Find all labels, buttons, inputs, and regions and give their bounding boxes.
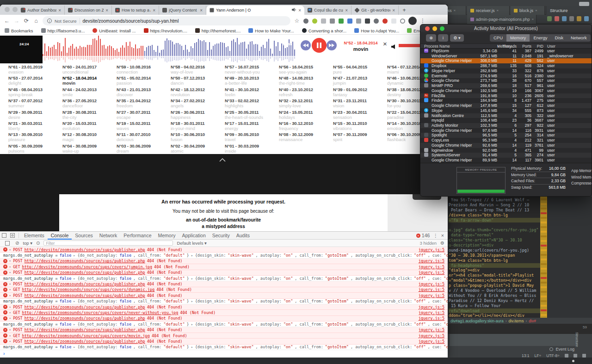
track-item[interactable]: N°60 - 24.01.2017unconditional: [62, 65, 117, 76]
devtools-close-icon[interactable]: ×: [441, 233, 444, 238]
error-stripe-mark[interactable]: [541, 272, 547, 274]
avatar[interactable]: [408, 17, 417, 25]
track-item[interactable]: N°59 - 10.08.2016connection: [117, 65, 171, 76]
tab-close-icon[interactable]: ×: [58, 8, 61, 13]
browser-tab[interactable]: Discussion on ZoomSo×: [65, 6, 112, 15]
forward-button[interactable]: →: [13, 18, 20, 24]
process-row[interactable]: MAMP PRO269,6 MB18517961user: [420, 83, 592, 88]
breadcrumb-item[interactable]: div.items: [509, 319, 524, 323]
device-toolbar-icon[interactable]: [10, 233, 15, 238]
process-row[interactable]: CopyLess95,3 MB4212321user: [420, 138, 592, 143]
expander-icon[interactable]: ▸: [9, 305, 11, 309]
expander-icon[interactable]: ▸: [9, 311, 11, 315]
resource-tab-energy[interactable]: Energy: [530, 34, 551, 42]
process-row[interactable]: Finder184,9 MB81.437275user: [420, 98, 592, 103]
error-count-badge[interactable]: × 146: [416, 233, 430, 238]
track-item[interactable]: N°24 - 15.05.2011holidays: [279, 110, 333, 121]
track-item[interactable]: N°47 - 21.07.2013jumpin: [333, 76, 387, 87]
structure-toolbar-icon[interactable]: [577, 16, 581, 21]
minimize-window-button[interactable]: [12, 7, 18, 12]
collapse-arrow-icon[interactable]: [219, 155, 226, 164]
request-url-link[interactable]: http://devsite/zoomsounds/source/sups/pu…: [25, 339, 145, 344]
grid-green-icon[interactable]: [339, 19, 344, 24]
track-item[interactable]: N°01 - 30.03.2009inside: [225, 144, 279, 155]
request-url-link[interactable]: http://devsite/zoomsounds/source/sups/co…: [22, 333, 150, 338]
expander-icon[interactable]: ▸: [9, 271, 11, 274]
track-item[interactable]: N°08 - 30.12.2009renaissance: [279, 132, 333, 143]
expander-icon[interactable]: ▸: [9, 328, 11, 332]
error-stripe-mark[interactable]: [541, 240, 547, 242]
player-close-icon[interactable]: ×: [383, 40, 387, 47]
editor-tab-receiver.js[interactable]: receiver.js×: [467, 6, 510, 15]
track-item[interactable]: N°37 - 07.07.2012summer: [8, 99, 62, 110]
track-item[interactable]: N°09 - 30.05.2010travel: [225, 132, 279, 143]
process-row[interactable]: Spotlight96,5 MB5254314user: [420, 133, 592, 138]
console-settings-icon[interactable]: ⚙: [440, 241, 444, 246]
devtools-tab-memory[interactable]: Memory: [154, 232, 179, 240]
expander-icon[interactable]: ▸: [9, 339, 11, 343]
back-button[interactable]: ←: [4, 18, 10, 24]
camera-icon[interactable]: [374, 19, 379, 24]
expander-icon[interactable]: ▸: [9, 334, 11, 338]
expander-icon[interactable]: ▸: [9, 248, 11, 252]
browser-tab[interactable]: Git - git-worktree Docu×: [352, 6, 399, 15]
home-button[interactable]: ⌂: [33, 18, 39, 24]
track-item[interactable]: N°26 - 30.06.2011happiness: [171, 110, 225, 121]
process-row[interactable]: loginwindow92,0 MB447199user: [420, 148, 592, 153]
track-item[interactable]: N°29 - 30.09.2011desire: [8, 110, 62, 121]
track-item[interactable]: N°55 - 04.04.2015pure: [333, 65, 387, 76]
process-row[interactable]: FzFileZilla191,8 MB102362605user: [420, 93, 592, 99]
error-stripe-mark[interactable]: [541, 277, 547, 279]
track-item[interactable]: N°40 - 23.10.2012refresh: [279, 87, 333, 99]
expander-icon[interactable]: ▸: [9, 316, 11, 320]
ring-icon[interactable]: [400, 19, 405, 24]
process-row[interactable]: Google Chrome Helper147,8 MB15127612user: [420, 103, 592, 108]
tab-close-icon[interactable]: ×: [200, 8, 203, 13]
bookmark-item[interactable]: How to Adapt You...: [354, 28, 399, 33]
error-stripe-mark[interactable]: [541, 226, 547, 228]
process-row[interactable]: SSkype145,6 MB34555873user: [420, 108, 592, 113]
track-item[interactable]: N°48 - 14.08.2013the-right-time: [279, 76, 333, 87]
reload-button[interactable]: ⟳: [23, 18, 30, 24]
close-window-button[interactable]: [5, 7, 10, 12]
structure-toolbar-icon[interactable]: [562, 16, 567, 21]
structure-toolbar-icon[interactable]: [547, 16, 552, 21]
track-item[interactable]: N°39 - 01.09.2012fantasy: [333, 87, 387, 99]
console-sidebar-icon[interactable]: [5, 241, 10, 246]
lock-icon[interactable]: [565, 354, 568, 358]
track-item[interactable]: N°13 - 30.09.2010pleasure: [8, 132, 62, 143]
error-stripe-mark[interactable]: [541, 222, 547, 223]
track-item[interactable]: N°04 - 30.08.2009wake-up: [62, 144, 117, 155]
devtools-tab-application[interactable]: Application: [179, 232, 209, 240]
expander-icon[interactable]: ▸: [9, 288, 11, 291]
tab-close-icon[interactable]: ×: [345, 8, 348, 13]
source-link[interactable]: jquery.js:5: [419, 339, 444, 344]
error-stripe-mark[interactable]: [541, 249, 547, 251]
devtools-tab-elements[interactable]: Elements: [21, 232, 48, 240]
volume-icon[interactable]: [391, 43, 397, 51]
expander-icon[interactable]: ▸: [9, 282, 11, 286]
request-url-link[interactable]: http://devsite/zoomsounds/source/sups/pu…: [25, 247, 145, 252]
tab-close-icon[interactable]: ×: [153, 8, 155, 13]
track-item[interactable]: N°02 - 30.04.2009atomic: [171, 144, 225, 155]
source-link[interactable]: jquery.js:5: [419, 259, 444, 263]
track-item[interactable]: N°43 - 21.01.2013discover: [117, 87, 171, 99]
browser-tab[interactable]: Yann Anderson | O×: [206, 6, 304, 15]
process-row[interactable]: Dropbox288,7 MB135608324user: [420, 63, 592, 68]
process-row[interactable]: Google Chrome Helper89,9 MB141173901user: [420, 158, 592, 163]
track-item[interactable]: N°35 - 21.04.2012freedom: [117, 99, 171, 110]
structure-toolbar-icon[interactable]: [569, 16, 574, 21]
bookmark-star-icon[interactable]: ☆: [294, 18, 300, 24]
request-url-link[interactable]: http://devsite/zoomsounds/source/sups/pu…: [25, 305, 145, 309]
error-stripe-mark[interactable]: [541, 212, 547, 214]
pause-button[interactable]: [312, 38, 327, 53]
inspections-icon[interactable]: [582, 354, 586, 358]
track-item[interactable]: N°58 - 04.02.2016way-of-love: [171, 65, 225, 76]
square-light-icon[interactable]: [391, 19, 396, 24]
log-levels-selector[interactable]: Default levels ▾: [177, 241, 206, 246]
tab-close-icon[interactable]: ×: [532, 17, 534, 21]
track-item[interactable]: N°44 - 24.02.2013smile: [62, 87, 117, 99]
clear-console-icon[interactable]: ⊘: [15, 241, 19, 246]
error-stripe-mark[interactable]: [541, 245, 547, 247]
bookmark-item[interactable]: How to Make Your...: [248, 28, 294, 33]
